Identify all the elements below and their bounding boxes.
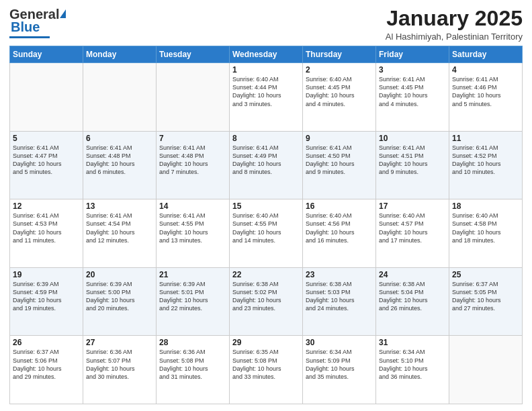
- calendar-table: SundayMondayTuesdayWednesdayThursdayFrid…: [9, 46, 523, 404]
- day-info: Sunrise: 6:41 AM Sunset: 4:55 PM Dayligh…: [159, 212, 226, 244]
- calendar-cell: [83, 63, 157, 132]
- day-info: Sunrise: 6:39 AM Sunset: 4:59 PM Dayligh…: [13, 280, 80, 313]
- logo-triangle-icon: [60, 9, 66, 18]
- logo-blue: Blue: [11, 19, 40, 35]
- calendar-cell: [10, 63, 83, 132]
- day-info: Sunrise: 6:41 AM Sunset: 4:48 PM Dayligh…: [159, 144, 226, 177]
- col-header-thursday: Thursday: [303, 46, 376, 63]
- day-number: 29: [232, 338, 300, 347]
- month-title: January 2025: [386, 7, 523, 30]
- day-info: Sunrise: 6:37 AM Sunset: 5:05 PM Dayligh…: [452, 280, 519, 313]
- calendar-cell: 18Sunrise: 6:40 AM Sunset: 4:58 PM Dayli…: [449, 199, 523, 268]
- calendar-week-row: 1Sunrise: 6:40 AM Sunset: 4:44 PM Daylig…: [10, 63, 523, 132]
- col-header-monday: Monday: [83, 46, 157, 63]
- location: Al Hashimiyah, Palestinian Territory: [386, 32, 523, 42]
- logo-underline: [9, 36, 50, 38]
- day-info: Sunrise: 6:41 AM Sunset: 4:54 PM Dayligh…: [86, 212, 153, 244]
- day-number: 7: [159, 134, 226, 143]
- day-info: Sunrise: 6:40 AM Sunset: 4:44 PM Dayligh…: [232, 75, 300, 108]
- day-info: Sunrise: 6:34 AM Sunset: 5:09 PM Dayligh…: [306, 348, 373, 381]
- calendar-header-row: SundayMondayTuesdayWednesdayThursdayFrid…: [10, 46, 523, 63]
- calendar-cell: 20Sunrise: 6:39 AM Sunset: 5:00 PM Dayli…: [83, 267, 157, 336]
- calendar-cell: 17Sunrise: 6:40 AM Sunset: 4:57 PM Dayli…: [376, 199, 449, 268]
- day-number: 13: [86, 201, 153, 211]
- calendar-cell: 10Sunrise: 6:41 AM Sunset: 4:51 PM Dayli…: [376, 131, 449, 199]
- day-number: 6: [86, 134, 153, 143]
- calendar-cell: 26Sunrise: 6:37 AM Sunset: 5:06 PM Dayli…: [10, 336, 83, 404]
- day-info: Sunrise: 6:40 AM Sunset: 4:55 PM Dayligh…: [232, 212, 300, 244]
- day-info: Sunrise: 6:37 AM Sunset: 5:06 PM Dayligh…: [13, 348, 80, 381]
- calendar-cell: 29Sunrise: 6:35 AM Sunset: 5:08 PM Dayli…: [230, 336, 303, 404]
- calendar-cell: 28Sunrise: 6:36 AM Sunset: 5:08 PM Dayli…: [157, 336, 230, 404]
- day-info: Sunrise: 6:41 AM Sunset: 4:47 PM Dayligh…: [13, 144, 80, 177]
- calendar-cell: 25Sunrise: 6:37 AM Sunset: 5:05 PM Dayli…: [449, 267, 523, 336]
- day-number: 22: [232, 270, 300, 279]
- day-number: 28: [159, 338, 226, 347]
- day-number: 1: [232, 65, 300, 75]
- day-info: Sunrise: 6:39 AM Sunset: 5:01 PM Dayligh…: [159, 280, 226, 313]
- day-number: 11: [452, 134, 519, 143]
- calendar-cell: 3Sunrise: 6:41 AM Sunset: 4:45 PM Daylig…: [376, 63, 449, 132]
- col-header-saturday: Saturday: [449, 46, 523, 63]
- calendar-cell: [449, 336, 523, 404]
- col-header-sunday: Sunday: [10, 46, 83, 63]
- day-number: 31: [379, 338, 446, 347]
- day-number: 14: [159, 201, 226, 211]
- calendar-cell: 27Sunrise: 6:36 AM Sunset: 5:07 PM Dayli…: [83, 336, 157, 404]
- calendar-cell: 2Sunrise: 6:40 AM Sunset: 4:45 PM Daylig…: [303, 63, 376, 132]
- day-number: 3: [379, 65, 446, 75]
- day-info: Sunrise: 6:40 AM Sunset: 4:45 PM Dayligh…: [306, 75, 373, 108]
- day-info: Sunrise: 6:36 AM Sunset: 5:07 PM Dayligh…: [86, 348, 153, 381]
- calendar-cell: 6Sunrise: 6:41 AM Sunset: 4:48 PM Daylig…: [83, 131, 157, 199]
- calendar-cell: 12Sunrise: 6:41 AM Sunset: 4:53 PM Dayli…: [10, 199, 83, 268]
- calendar-cell: 7Sunrise: 6:41 AM Sunset: 4:48 PM Daylig…: [157, 131, 230, 199]
- day-info: Sunrise: 6:41 AM Sunset: 4:45 PM Dayligh…: [379, 75, 446, 108]
- day-info: Sunrise: 6:40 AM Sunset: 4:57 PM Dayligh…: [379, 212, 446, 244]
- day-number: 25: [452, 270, 519, 279]
- calendar-cell: 1Sunrise: 6:40 AM Sunset: 4:44 PM Daylig…: [230, 63, 303, 132]
- calendar-cell: 21Sunrise: 6:39 AM Sunset: 5:01 PM Dayli…: [157, 267, 230, 336]
- day-number: 30: [306, 338, 373, 347]
- header: General Blue January 2025 Al Hashimiyah,…: [9, 7, 523, 42]
- day-number: 9: [306, 134, 373, 143]
- day-number: 18: [452, 201, 519, 211]
- day-info: Sunrise: 6:40 AM Sunset: 4:56 PM Dayligh…: [306, 212, 373, 244]
- day-info: Sunrise: 6:41 AM Sunset: 4:49 PM Dayligh…: [232, 144, 300, 177]
- day-info: Sunrise: 6:39 AM Sunset: 5:00 PM Dayligh…: [86, 280, 153, 313]
- day-number: 17: [379, 201, 446, 211]
- day-info: Sunrise: 6:41 AM Sunset: 4:51 PM Dayligh…: [379, 144, 446, 177]
- day-number: 5: [13, 134, 80, 143]
- calendar-cell: 5Sunrise: 6:41 AM Sunset: 4:47 PM Daylig…: [10, 131, 83, 199]
- calendar-cell: [157, 63, 230, 132]
- calendar-cell: 31Sunrise: 6:34 AM Sunset: 5:10 PM Dayli…: [376, 336, 449, 404]
- calendar-cell: 13Sunrise: 6:41 AM Sunset: 4:54 PM Dayli…: [83, 199, 157, 268]
- day-number: 23: [306, 270, 373, 279]
- day-number: 19: [13, 270, 80, 279]
- day-info: Sunrise: 6:38 AM Sunset: 5:03 PM Dayligh…: [306, 280, 373, 313]
- calendar-cell: 4Sunrise: 6:41 AM Sunset: 4:46 PM Daylig…: [449, 63, 523, 132]
- day-info: Sunrise: 6:40 AM Sunset: 4:58 PM Dayligh…: [452, 212, 519, 244]
- calendar-cell: 23Sunrise: 6:38 AM Sunset: 5:03 PM Dayli…: [303, 267, 376, 336]
- calendar-week-row: 5Sunrise: 6:41 AM Sunset: 4:47 PM Daylig…: [10, 131, 523, 199]
- day-info: Sunrise: 6:38 AM Sunset: 5:04 PM Dayligh…: [379, 280, 446, 313]
- col-header-wednesday: Wednesday: [230, 46, 303, 63]
- day-info: Sunrise: 6:36 AM Sunset: 5:08 PM Dayligh…: [159, 348, 226, 381]
- col-header-tuesday: Tuesday: [157, 46, 230, 63]
- calendar-cell: 9Sunrise: 6:41 AM Sunset: 4:50 PM Daylig…: [303, 131, 376, 199]
- day-number: 10: [379, 134, 446, 143]
- calendar-cell: 14Sunrise: 6:41 AM Sunset: 4:55 PM Dayli…: [157, 199, 230, 268]
- calendar-cell: 24Sunrise: 6:38 AM Sunset: 5:04 PM Dayli…: [376, 267, 449, 336]
- day-number: 2: [306, 65, 373, 75]
- day-info: Sunrise: 6:41 AM Sunset: 4:50 PM Dayligh…: [306, 144, 373, 177]
- day-number: 15: [232, 201, 300, 211]
- day-number: 27: [86, 338, 153, 347]
- calendar-cell: 8Sunrise: 6:41 AM Sunset: 4:49 PM Daylig…: [230, 131, 303, 199]
- calendar-week-row: 12Sunrise: 6:41 AM Sunset: 4:53 PM Dayli…: [10, 199, 523, 268]
- title-block: January 2025 Al Hashimiyah, Palestinian …: [386, 7, 523, 42]
- day-number: 8: [232, 134, 300, 143]
- day-info: Sunrise: 6:34 AM Sunset: 5:10 PM Dayligh…: [379, 348, 446, 381]
- calendar-cell: 19Sunrise: 6:39 AM Sunset: 4:59 PM Dayli…: [10, 267, 83, 336]
- calendar-week-row: 19Sunrise: 6:39 AM Sunset: 4:59 PM Dayli…: [10, 267, 523, 336]
- day-info: Sunrise: 6:41 AM Sunset: 4:53 PM Dayligh…: [13, 212, 80, 244]
- day-number: 4: [452, 65, 519, 75]
